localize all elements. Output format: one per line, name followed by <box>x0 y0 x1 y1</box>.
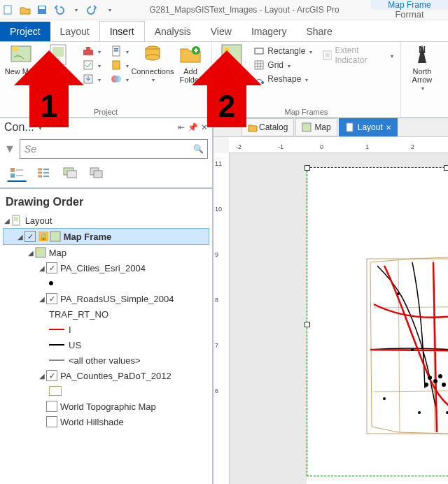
svg-point-51 <box>397 292 400 295</box>
svg-point-46 <box>438 374 442 378</box>
svg-rect-30 <box>10 168 15 172</box>
styles-icon[interactable] <box>108 73 132 85</box>
vertical-ruler[interactable]: 11 10 9 8 7 6 <box>214 153 230 484</box>
close-tab-icon[interactable]: ✕ <box>386 124 391 131</box>
legend-other: <all other values> <box>3 353 209 368</box>
svg-rect-39 <box>36 248 46 257</box>
svg-rect-37 <box>14 217 18 221</box>
extent-indicator-button: Extent Indicator <box>319 45 396 66</box>
svg-point-56 <box>418 411 421 414</box>
svg-rect-14 <box>114 50 118 52</box>
layout-page[interactable] <box>307 167 448 484</box>
svg-point-45 <box>433 379 438 383</box>
tab-insert[interactable]: Insert <box>99 21 145 41</box>
svg-rect-35 <box>94 171 102 178</box>
tree-layout[interactable]: ◢ Layout <box>3 213 209 228</box>
resize-handle[interactable] <box>304 322 310 327</box>
drawing-order-title: Drawing Order <box>0 189 212 213</box>
svg-rect-8 <box>83 50 93 55</box>
svg-point-48 <box>442 383 446 387</box>
svg-rect-0 <box>4 6 11 14</box>
north-arrow-label: North Arrow <box>405 67 439 84</box>
qat-redo-more-icon[interactable] <box>102 2 117 17</box>
tree-layer-counties[interactable]: ◢PA_Counties_PaDoT_2012 <box>3 368 209 383</box>
window-title: G281_MapsGISText_Images - Layout - ArcGI… <box>118 5 371 15</box>
annotation-arrow-2: 2 <box>207 85 246 127</box>
svg-rect-28 <box>326 53 330 57</box>
layer-tree: ◢ Layout ◢🔒 Map Frame ◢ Map ◢PA_Cities_E… <box>0 213 212 436</box>
doc-tab-layout[interactable]: Layout✕ <box>339 118 398 136</box>
svg-point-17 <box>114 76 121 83</box>
svg-point-44 <box>428 376 432 380</box>
doc-tab-catalog[interactable]: Catalog <box>241 118 294 136</box>
map-frame-element[interactable] <box>307 167 448 476</box>
lock-icon: 🔒 <box>38 232 48 241</box>
svg-rect-42 <box>346 123 353 131</box>
search-icon[interactable]: 🔍 <box>189 140 207 158</box>
connections-button[interactable]: Connections <box>136 43 169 83</box>
search-input[interactable]: 🔍 <box>20 139 208 159</box>
svg-rect-9 <box>86 47 90 50</box>
panel-autohide-icon[interactable]: ⇤ <box>178 122 185 132</box>
filter-icon[interactable]: ▼ <box>4 143 15 155</box>
tree-layer-cities[interactable]: ◢PA_Cities_Esri_2004 <box>3 260 209 276</box>
contextual-tab-group: Map Frame Format <box>371 0 448 20</box>
north-arrow-button[interactable]: N North Arrow <box>405 43 439 92</box>
tab-imagery[interactable]: Imagery <box>241 22 297 41</box>
tree-layer-roads[interactable]: ◢PA_RoadsUS_Simple_2004 <box>3 291 209 306</box>
map-content <box>307 168 448 476</box>
svg-point-47 <box>424 383 428 387</box>
qat-redo-icon[interactable] <box>85 2 100 17</box>
qat-undo-more-icon[interactable] <box>68 2 83 17</box>
panel-pin-icon[interactable]: 📌 <box>188 122 198 132</box>
svg-rect-41 <box>302 123 311 131</box>
tab-share[interactable]: Share <box>296 22 342 41</box>
svg-text:N: N <box>419 44 426 55</box>
resize-handle[interactable] <box>444 165 448 171</box>
tab-layout[interactable]: Layout <box>50 22 99 41</box>
svg-rect-31 <box>10 173 15 178</box>
tab-view[interactable]: View <box>201 22 241 41</box>
tree-mapframe[interactable]: ◢🔒 Map Frame <box>3 228 209 245</box>
qat-undo-icon[interactable] <box>51 2 66 17</box>
legend-i: I <box>3 322 209 337</box>
list-by-source-icon[interactable] <box>34 164 53 181</box>
notebook-icon[interactable] <box>108 59 132 71</box>
doc-tab-map[interactable]: Map <box>295 118 337 136</box>
ribbon-tabs: Project Layout Insert Analysis View Imag… <box>0 20 448 41</box>
tab-analysis[interactable]: Analysis <box>145 22 201 41</box>
legend-field: TRAF_RT_NO <box>3 306 209 322</box>
annotation-arrow-1: 1 <box>29 85 69 127</box>
svg-point-53 <box>383 397 386 400</box>
svg-point-49 <box>411 348 414 351</box>
svg-rect-13 <box>114 48 118 50</box>
layout-canvas[interactable] <box>230 153 448 484</box>
report-icon[interactable] <box>108 45 132 57</box>
legend-county <box>3 383 209 399</box>
connections-label: Connections <box>131 67 174 76</box>
qat-new-icon[interactable] <box>1 2 16 17</box>
legend-dot <box>3 276 209 291</box>
list-by-drawing-order-icon[interactable] <box>7 164 27 182</box>
tree-layer-topo[interactable]: World Topographic Map <box>3 399 209 414</box>
contents-panel: Con... ▾ ⇤ 📌 ✕ ▼ 🔍 Drawing Order ◢ Layou… <box>0 118 214 484</box>
svg-rect-10 <box>84 61 92 69</box>
svg-rect-2 <box>39 6 45 9</box>
tab-project[interactable]: Project <box>0 22 50 41</box>
svg-rect-38 <box>50 232 60 241</box>
context-group-label: Map Frame <box>371 0 448 10</box>
legend-us: US <box>3 337 209 353</box>
list-by-snapping-icon[interactable] <box>87 164 106 181</box>
svg-point-40 <box>37 249 40 252</box>
horizontal-ruler[interactable]: -2 -1 0 1 2 <box>229 137 448 153</box>
svg-rect-33 <box>67 171 77 178</box>
context-tab-label[interactable]: Format <box>371 10 448 20</box>
resize-handle[interactable] <box>304 165 310 171</box>
tree-map[interactable]: ◢ Map <box>3 245 209 260</box>
quick-access-toolbar: G281_MapsGISText_Images - Layout - ArcGI… <box>0 0 448 20</box>
svg-point-20 <box>146 55 160 60</box>
qat-save-icon[interactable] <box>34 2 50 17</box>
tree-layer-hillshade[interactable]: World Hillshade <box>3 414 209 429</box>
qat-open-icon[interactable] <box>18 2 33 17</box>
list-by-selection-icon[interactable] <box>60 164 80 181</box>
